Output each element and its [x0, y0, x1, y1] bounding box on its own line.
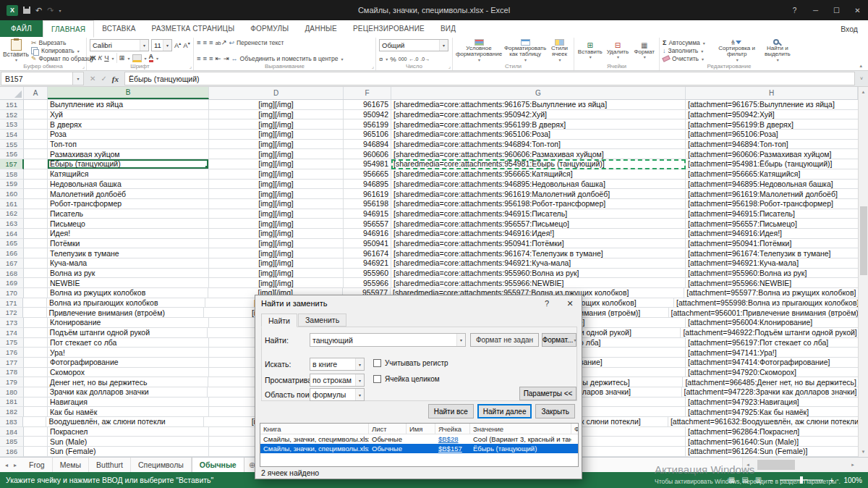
cell-B186[interactable]: Sun (Female)	[48, 447, 209, 457]
cell-H178[interactable]: [attachment=947920:Скоморох]	[686, 368, 858, 378]
col-header-D[interactable]: D	[209, 87, 344, 99]
cell-D169[interactable]: [img][/img]	[209, 278, 344, 288]
dialog-close-icon[interactable]: ✕	[558, 296, 582, 311]
cell-B175[interactable]: Пот стекает со лба	[48, 338, 209, 348]
cell-H184[interactable]: [attachment=962864:Покраснел]	[686, 427, 858, 437]
cell-A166[interactable]	[24, 248, 48, 258]
row-header-163[interactable]: 163	[0, 219, 24, 229]
row-header-166[interactable]: 166	[0, 248, 24, 258]
cell-B153[interactable]: В дверях	[48, 119, 209, 130]
format-button[interactable]: Формат...▾	[542, 333, 576, 347]
align-bottom-icon[interactable]: ≡	[209, 39, 213, 46]
prev-sheet-icon[interactable]: ◂	[5, 462, 8, 468]
col-book[interactable]: Книга	[260, 424, 369, 434]
scroll-right-icon[interactable]: ▸	[848, 462, 858, 468]
cell-B172[interactable]: Привлечение внимания (втроём)	[47, 308, 204, 318]
next-sheet-icon[interactable]: ▸	[14, 462, 17, 468]
save-icon[interactable]	[23, 7, 30, 14]
cell-B168[interactable]: Волна из рук	[48, 269, 209, 279]
cell-B155[interactable]: Топ-топ	[48, 140, 209, 150]
clear-button[interactable]: Очистить▾	[663, 55, 715, 62]
row-header-162[interactable]: 162	[0, 209, 24, 219]
cell-D154[interactable]: [img][/img]	[209, 130, 344, 140]
cell-F154[interactable]: 965106	[344, 130, 391, 140]
underline-button[interactable]: Ч	[104, 54, 109, 62]
cell-D158[interactable]: [img][/img]	[209, 169, 344, 180]
copy-button[interactable]: Копировать▾	[31, 47, 94, 54]
row-header-184[interactable]: 184	[0, 427, 24, 437]
cell-H170[interactable]: [attachment=955977:Волна из ржущих колоб…	[684, 288, 858, 298]
row-header-178[interactable]: 178	[0, 368, 24, 378]
align-center-icon[interactable]: ≡	[203, 55, 208, 62]
col-name[interactable]: Имя	[407, 424, 435, 434]
cell-H180[interactable]: [attachment=947228:Зрачки как долларов з…	[682, 387, 858, 397]
cell-A151[interactable]	[24, 100, 48, 110]
cell-A170[interactable]	[24, 288, 48, 298]
row-header-172[interactable]: 172	[0, 308, 23, 318]
cell-A152[interactable]	[24, 110, 48, 120]
autosum-button[interactable]: ΣАвтосумма▾	[663, 39, 715, 46]
cell-H179[interactable]: [attachment=966485:Денег нет, но вы держ…	[683, 377, 858, 387]
cell-A184[interactable]	[24, 427, 48, 437]
tab-home[interactable]: ГЛАВНАЯ	[43, 20, 94, 38]
zoom-slider-thumb[interactable]	[800, 476, 803, 484]
cell-G158[interactable]: [sharedmedia=core:attachments:956665:Кат…	[391, 169, 686, 180]
cell-H167[interactable]: [attachment=946921:Куча-мала]	[686, 258, 858, 269]
row-header-164[interactable]: 164	[0, 229, 24, 239]
cell-H162[interactable]: [attachment=946915:Писатель]	[686, 209, 858, 219]
cell-B184[interactable]: Покраснел	[48, 427, 209, 437]
row-header-152[interactable]: 152	[0, 110, 24, 120]
row-header-181[interactable]: 181	[0, 397, 24, 408]
align-top-icon[interactable]: ≡	[197, 39, 201, 46]
cell-B151[interactable]: Вылупление из яйца	[48, 100, 209, 110]
excel-app-icon[interactable]: X	[7, 5, 18, 16]
cell-G154[interactable]: [sharedmedia=core:attachments:965106:Роз…	[391, 130, 686, 140]
cell-B180[interactable]: Зрачки как долларов значки	[48, 387, 208, 397]
cell-B164[interactable]: Идея!	[48, 229, 209, 239]
row-header-157[interactable]: 157	[0, 159, 24, 169]
row-header-156[interactable]: 156	[0, 149, 24, 159]
cell-G162[interactable]: [sharedmedia=core:attachments:946915:Пис…	[391, 209, 686, 219]
cell-D168[interactable]: [img][/img]	[209, 269, 344, 279]
format-painter-button[interactable]: ✎Формат по образцу	[31, 55, 94, 62]
cell-G155[interactable]: [sharedmedia=core:attachments:946894:Топ…	[391, 140, 686, 150]
cell-A173[interactable]	[24, 318, 48, 328]
select-all-corner[interactable]	[0, 87, 24, 99]
cell-G151[interactable]: [sharedmedia=core:attachments:961675:Выл…	[391, 100, 686, 110]
cell-H152[interactable]: [attachment=950942:Хуй]	[686, 110, 858, 120]
cell-H172[interactable]: [attachment=956001:Привлечение внимания …	[669, 308, 859, 318]
cell-B154[interactable]: Роза	[48, 130, 209, 140]
cell-H155[interactable]: [attachment=946894:Топ-топ]	[686, 140, 858, 150]
scroll-down-icon[interactable]: ▼	[859, 447, 868, 457]
cell-B163[interactable]: Письмецо	[48, 219, 209, 229]
cell-A167[interactable]	[24, 258, 48, 269]
tab-formulas[interactable]: ФОРМУЛЫ	[242, 20, 297, 37]
cell-A154[interactable]	[24, 130, 48, 140]
cell-F152[interactable]: 950942	[344, 110, 391, 120]
cell-D157[interactable]: [img][/img]	[209, 159, 344, 169]
cell-D159[interactable]: [img][/img]	[209, 180, 344, 190]
accounting-format-icon[interactable]: ¤	[379, 56, 383, 63]
conditional-formatting-button[interactable]: Условное форматирование▾	[456, 39, 502, 62]
cell-D161[interactable]: [img][/img]	[209, 199, 344, 209]
cell-H168[interactable]: [attachment=955960:Волна из рук]	[686, 269, 858, 279]
row-header-155[interactable]: 155	[0, 140, 24, 150]
col-sheet[interactable]: Лист	[369, 424, 407, 434]
cell-F164[interactable]: 946916	[344, 229, 391, 239]
cell-B173[interactable]: Клонирование	[48, 318, 209, 328]
row-header-186[interactable]: 186	[0, 447, 24, 457]
cell-H157[interactable]: [attachment=954981:Ёбырь (танцующий)]	[686, 159, 858, 169]
zoom-in-icon[interactable]: +	[830, 476, 834, 484]
cell-G160[interactable]: [sharedmedia=core:attachments:961619:Мал…	[391, 189, 686, 199]
cell-A164[interactable]	[24, 229, 48, 239]
cell-H166[interactable]: [attachment=961674:Телепузик в тумане]	[686, 248, 858, 258]
cell-A177[interactable]	[24, 358, 48, 368]
find-all-button[interactable]: Найти все	[428, 404, 474, 418]
cell-F155[interactable]: 946894	[344, 140, 391, 150]
cell-A182[interactable]	[24, 407, 48, 417]
name-box-dropdown-icon[interactable]: ▾	[73, 72, 84, 85]
cell-D165[interactable]: [img][/img]	[209, 239, 344, 249]
clipboard-dialog-launcher-icon[interactable]: ⌟	[82, 64, 85, 70]
cell-H159[interactable]: [attachment=946895:Недовольная башка]	[686, 180, 858, 190]
sheet-tab-frog[interactable]: Frog	[22, 458, 53, 472]
